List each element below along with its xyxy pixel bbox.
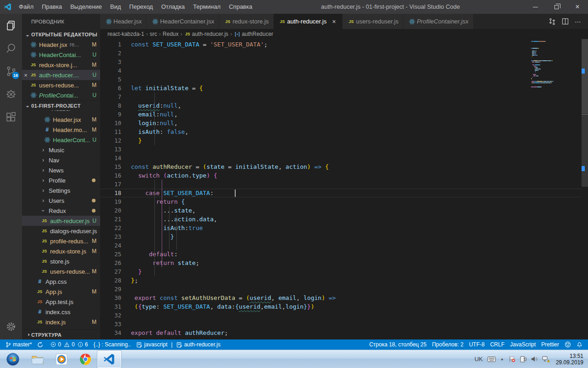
tab-HeaderContainer-jsx[interactable]: HeaderContainer.jsx [147, 14, 219, 29]
tree-file-redux-store-js[interactable]: JSredux-store.jsM [22, 246, 100, 256]
tree-file-users-reduse-[interactable]: JSusers-reduse...M [22, 266, 100, 276]
more-actions-icon[interactable]: ⋯ [571, 18, 584, 25]
action-center-flag-icon[interactable] [509, 356, 515, 362]
tree-file-HeaderCont-[interactable]: HeaderCont...U [22, 135, 100, 145]
language-mode-item[interactable]: JavaScript [507, 339, 538, 350]
menu-вид[interactable]: Вид [106, 0, 125, 14]
code-line-33[interactable]: 33 [100, 320, 582, 328]
code-line-14[interactable]: 14 [100, 154, 582, 162]
feedback-smiley-icon[interactable] [562, 339, 574, 350]
code-line-13[interactable]: 13 [100, 145, 582, 154]
code-line-18[interactable]: 18 case SET_USER_DATA: [100, 189, 582, 197]
network-warning-icon[interactable] [542, 356, 550, 362]
code-line-19[interactable]: 19 return { [100, 197, 582, 206]
search-icon[interactable] [0, 37, 22, 60]
tree-file-Header-mo-[interactable]: #Header.mo...M [22, 125, 100, 135]
code-line-26[interactable]: 26 return state; [100, 259, 582, 267]
split-editor-icon[interactable] [559, 18, 571, 25]
windows-explorer-icon[interactable] [26, 350, 50, 368]
code-line-22[interactable]: 22 isAuth:true [100, 224, 582, 232]
tree-file-index-js[interactable]: JSindex.jsM [22, 317, 100, 327]
minimize-button[interactable] [525, 0, 546, 14]
code-line-25[interactable]: 25 default: [100, 250, 582, 259]
code-line-32[interactable]: 32 [100, 311, 582, 320]
menu-файл[interactable]: Файл [15, 0, 38, 14]
tree-folder-Settings[interactable]: ›Settings [22, 185, 100, 196]
tree-file-store-js[interactable]: JSstore.js [22, 256, 100, 266]
tree-folder-Music[interactable]: ›Music [22, 145, 100, 155]
settings-gear-icon[interactable] [0, 314, 22, 339]
scrollbar-slider[interactable] [582, 39, 588, 114]
vscode-taskbar-icon[interactable] [97, 351, 121, 368]
git-branch-item[interactable]: master* [3, 339, 34, 350]
code-line-7[interactable]: 7 [100, 92, 582, 101]
tray-clock[interactable]: 13:51 29.09.2019 [556, 353, 583, 366]
volume-icon[interactable] [531, 356, 537, 362]
problems-item[interactable]: 0 0 6 [48, 339, 90, 350]
code-line-8[interactable]: 8 userid:null, [100, 101, 582, 110]
code-line-6[interactable]: 6let initialState = { [100, 84, 582, 92]
breadcrumb-react-kabzda-1[interactable]: react-kabzda-1 [107, 31, 144, 37]
code-line-24[interactable]: 24 [100, 241, 582, 250]
code-line-20[interactable]: 20 ...state, [100, 206, 582, 215]
tree-file-profile-redus-[interactable]: JSprofile-redus...M [22, 236, 100, 246]
code-line-28[interactable]: 28}; [100, 276, 582, 285]
breadcrumb-src[interactable]: src [150, 31, 157, 37]
breadcrumb-auth-reducer-js[interactable]: JSauth-reducer.js [184, 31, 228, 37]
spell-checker-file[interactable]: auth-reducer.js [174, 339, 223, 350]
tab-auth-reducer-js[interactable]: JSauth-reducer.js× [274, 14, 343, 29]
spell-checker-language[interactable]: javascript [134, 339, 170, 350]
code-line-21[interactable]: 21 ...action.data, [100, 215, 582, 224]
restore-button[interactable] [546, 0, 567, 14]
code-line-2[interactable]: 2 [100, 49, 582, 58]
tree-file-App-css[interactable]: #App.css [22, 276, 100, 287]
extensions-icon[interactable] [0, 106, 22, 129]
code-line-10[interactable]: 10 login:null, [100, 119, 582, 127]
tree-folder-Users[interactable]: ›Users [22, 196, 100, 206]
code-line-5[interactable]: 5 [100, 75, 582, 84]
code-editor[interactable]: 1const SET_USER_DATA = 'SET_USER_DATA';2… [100, 39, 588, 339]
open-changes-icon[interactable] [546, 18, 559, 25]
code-line-1[interactable]: 1const SET_USER_DATA = 'SET_USER_DATA'; [100, 40, 582, 49]
start-button[interactable] [0, 350, 26, 368]
project-section-header[interactable]: ⌄ 01-FIRST-PROJECT [22, 100, 100, 110]
tree-folder-News[interactable]: ›News [22, 165, 100, 175]
tree-folder-Nav[interactable]: ›Nav [22, 155, 100, 165]
close-icon[interactable]: × [22, 72, 29, 79]
tree-file-index-css[interactable]: #index.css [22, 307, 100, 317]
source-control-icon[interactable]: 16 [0, 60, 22, 83]
menu-выделение[interactable]: Выделение [66, 0, 106, 14]
eol-item[interactable]: CRLF [487, 339, 507, 350]
tree-file-dialogs-reduser-js[interactable]: JSdialogs-reduser.js [22, 226, 100, 236]
code-line-31[interactable]: 31 ({type: SET_USER_DATA, data:{userid,e… [100, 302, 582, 311]
show-hidden-icons[interactable]: ▲ [500, 357, 504, 361]
cursor-position-item[interactable]: Строка 18, столбец 25 [367, 339, 430, 350]
code-line-34[interactable]: 34export default authReducer; [100, 328, 582, 337]
tab-redux-store-js[interactable]: JSredux-store.js [219, 14, 274, 29]
minimap[interactable] [531, 41, 581, 88]
tab-Header-jsx[interactable]: Header.jsx [100, 14, 147, 29]
close-icon[interactable]: × [330, 18, 338, 25]
menu-справка[interactable]: Справка [225, 0, 256, 14]
tab-ProfileContainer-jsx[interactable]: ProfileContainer.jsx [403, 14, 473, 29]
open-editor-auth-reducer-[interactable]: ×JSauth-reducer....U [22, 70, 100, 80]
code-line-29[interactable]: 29 [100, 285, 582, 293]
code-line-27[interactable]: 27 } [100, 267, 582, 276]
breadcrumb-authReducer[interactable]: authReducer [234, 31, 273, 37]
menu-переход[interactable]: Переход [125, 0, 157, 14]
code-line-30[interactable]: 30 export const setAuthUserData = (useri… [100, 293, 582, 302]
close-button[interactable]: × [567, 0, 588, 14]
debug-icon[interactable] [0, 83, 22, 106]
menu-терминал[interactable]: Терминал [189, 0, 225, 14]
tree-folder-Profile[interactable]: ›Profile [22, 175, 100, 185]
tree-item-clipped[interactable]: Header [22, 110, 100, 115]
code-line-15[interactable]: 15const authReducer = (state = initialSt… [100, 162, 582, 171]
open-editor-redux-store-j-[interactable]: JSredux-store.j...M [22, 60, 100, 70]
tree-file-App-js[interactable]: JSApp.jsM [22, 287, 100, 297]
keyboard-icon[interactable] [487, 356, 496, 362]
open-editors-header[interactable]: ⌄ ОТКРЫТЫЕ РЕДАКТОРЫ [22, 29, 100, 40]
tree-folder-Redux[interactable]: ›Redux [22, 206, 100, 216]
open-editor-HeaderContai-[interactable]: HeaderContai...U [22, 50, 100, 60]
notifications-bell-icon[interactable] [574, 339, 585, 350]
media-player-icon[interactable] [50, 350, 74, 368]
